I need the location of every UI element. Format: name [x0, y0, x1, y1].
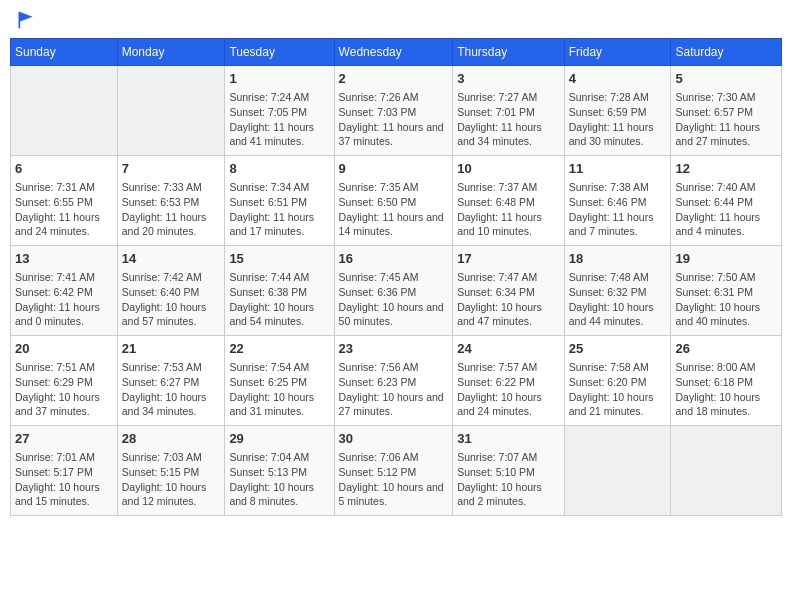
day-content: Sunrise: 7:04 AM Sunset: 5:13 PM Dayligh…	[229, 450, 329, 509]
calendar-week-row: 20Sunrise: 7:51 AM Sunset: 6:29 PM Dayli…	[11, 336, 782, 426]
day-number: 15	[229, 250, 329, 268]
day-number: 29	[229, 430, 329, 448]
day-content: Sunrise: 7:37 AM Sunset: 6:48 PM Dayligh…	[457, 180, 560, 239]
day-content: Sunrise: 7:53 AM Sunset: 6:27 PM Dayligh…	[122, 360, 221, 419]
day-content: Sunrise: 7:03 AM Sunset: 5:15 PM Dayligh…	[122, 450, 221, 509]
day-content: Sunrise: 7:35 AM Sunset: 6:50 PM Dayligh…	[339, 180, 449, 239]
day-content: Sunrise: 7:40 AM Sunset: 6:44 PM Dayligh…	[675, 180, 777, 239]
column-header-sunday: Sunday	[11, 39, 118, 66]
calendar-week-row: 1Sunrise: 7:24 AM Sunset: 7:05 PM Daylig…	[11, 66, 782, 156]
calendar-cell: 20Sunrise: 7:51 AM Sunset: 6:29 PM Dayli…	[11, 336, 118, 426]
day-content: Sunrise: 7:58 AM Sunset: 6:20 PM Dayligh…	[569, 360, 667, 419]
calendar-cell: 23Sunrise: 7:56 AM Sunset: 6:23 PM Dayli…	[334, 336, 453, 426]
day-content: Sunrise: 8:00 AM Sunset: 6:18 PM Dayligh…	[675, 360, 777, 419]
day-number: 14	[122, 250, 221, 268]
day-number: 11	[569, 160, 667, 178]
calendar-week-row: 6Sunrise: 7:31 AM Sunset: 6:55 PM Daylig…	[11, 156, 782, 246]
logo	[14, 10, 36, 30]
day-number: 2	[339, 70, 449, 88]
calendar-week-row: 27Sunrise: 7:01 AM Sunset: 5:17 PM Dayli…	[11, 426, 782, 516]
column-header-tuesday: Tuesday	[225, 39, 334, 66]
day-number: 13	[15, 250, 113, 268]
calendar-week-row: 13Sunrise: 7:41 AM Sunset: 6:42 PM Dayli…	[11, 246, 782, 336]
day-number: 7	[122, 160, 221, 178]
calendar-cell: 19Sunrise: 7:50 AM Sunset: 6:31 PM Dayli…	[671, 246, 782, 336]
page-header	[10, 10, 782, 30]
day-content: Sunrise: 7:54 AM Sunset: 6:25 PM Dayligh…	[229, 360, 329, 419]
calendar-header-row: SundayMondayTuesdayWednesdayThursdayFrid…	[11, 39, 782, 66]
calendar-cell: 28Sunrise: 7:03 AM Sunset: 5:15 PM Dayli…	[117, 426, 225, 516]
calendar-cell: 18Sunrise: 7:48 AM Sunset: 6:32 PM Dayli…	[564, 246, 671, 336]
calendar-cell: 7Sunrise: 7:33 AM Sunset: 6:53 PM Daylig…	[117, 156, 225, 246]
calendar-cell: 1Sunrise: 7:24 AM Sunset: 7:05 PM Daylig…	[225, 66, 334, 156]
calendar-cell: 30Sunrise: 7:06 AM Sunset: 5:12 PM Dayli…	[334, 426, 453, 516]
calendar-cell: 11Sunrise: 7:38 AM Sunset: 6:46 PM Dayli…	[564, 156, 671, 246]
calendar-cell: 8Sunrise: 7:34 AM Sunset: 6:51 PM Daylig…	[225, 156, 334, 246]
calendar-table: SundayMondayTuesdayWednesdayThursdayFrid…	[10, 38, 782, 516]
day-number: 1	[229, 70, 329, 88]
calendar-cell: 31Sunrise: 7:07 AM Sunset: 5:10 PM Dayli…	[453, 426, 565, 516]
calendar-cell: 25Sunrise: 7:58 AM Sunset: 6:20 PM Dayli…	[564, 336, 671, 426]
calendar-cell: 12Sunrise: 7:40 AM Sunset: 6:44 PM Dayli…	[671, 156, 782, 246]
day-content: Sunrise: 7:26 AM Sunset: 7:03 PM Dayligh…	[339, 90, 449, 149]
day-number: 9	[339, 160, 449, 178]
column-header-friday: Friday	[564, 39, 671, 66]
day-content: Sunrise: 7:07 AM Sunset: 5:10 PM Dayligh…	[457, 450, 560, 509]
day-content: Sunrise: 7:24 AM Sunset: 7:05 PM Dayligh…	[229, 90, 329, 149]
calendar-cell	[117, 66, 225, 156]
day-content: Sunrise: 7:48 AM Sunset: 6:32 PM Dayligh…	[569, 270, 667, 329]
day-number: 12	[675, 160, 777, 178]
day-number: 27	[15, 430, 113, 448]
calendar-cell: 15Sunrise: 7:44 AM Sunset: 6:38 PM Dayli…	[225, 246, 334, 336]
day-number: 24	[457, 340, 560, 358]
calendar-cell: 26Sunrise: 8:00 AM Sunset: 6:18 PM Dayli…	[671, 336, 782, 426]
day-content: Sunrise: 7:50 AM Sunset: 6:31 PM Dayligh…	[675, 270, 777, 329]
day-content: Sunrise: 7:28 AM Sunset: 6:59 PM Dayligh…	[569, 90, 667, 149]
day-number: 26	[675, 340, 777, 358]
day-content: Sunrise: 7:51 AM Sunset: 6:29 PM Dayligh…	[15, 360, 113, 419]
day-number: 31	[457, 430, 560, 448]
calendar-cell: 2Sunrise: 7:26 AM Sunset: 7:03 PM Daylig…	[334, 66, 453, 156]
day-content: Sunrise: 7:06 AM Sunset: 5:12 PM Dayligh…	[339, 450, 449, 509]
day-number: 17	[457, 250, 560, 268]
day-number: 19	[675, 250, 777, 268]
column-header-thursday: Thursday	[453, 39, 565, 66]
day-content: Sunrise: 7:56 AM Sunset: 6:23 PM Dayligh…	[339, 360, 449, 419]
day-number: 4	[569, 70, 667, 88]
calendar-cell: 14Sunrise: 7:42 AM Sunset: 6:40 PM Dayli…	[117, 246, 225, 336]
day-number: 5	[675, 70, 777, 88]
calendar-cell: 27Sunrise: 7:01 AM Sunset: 5:17 PM Dayli…	[11, 426, 118, 516]
svg-marker-0	[19, 12, 32, 22]
day-number: 23	[339, 340, 449, 358]
day-number: 16	[339, 250, 449, 268]
column-header-wednesday: Wednesday	[334, 39, 453, 66]
day-number: 22	[229, 340, 329, 358]
day-content: Sunrise: 7:41 AM Sunset: 6:42 PM Dayligh…	[15, 270, 113, 329]
day-number: 20	[15, 340, 113, 358]
day-number: 6	[15, 160, 113, 178]
day-number: 25	[569, 340, 667, 358]
calendar-cell	[11, 66, 118, 156]
calendar-cell: 9Sunrise: 7:35 AM Sunset: 6:50 PM Daylig…	[334, 156, 453, 246]
logo-flag-icon	[16, 10, 36, 30]
day-number: 10	[457, 160, 560, 178]
calendar-cell: 6Sunrise: 7:31 AM Sunset: 6:55 PM Daylig…	[11, 156, 118, 246]
day-number: 3	[457, 70, 560, 88]
day-content: Sunrise: 7:44 AM Sunset: 6:38 PM Dayligh…	[229, 270, 329, 329]
column-header-monday: Monday	[117, 39, 225, 66]
day-number: 28	[122, 430, 221, 448]
day-number: 30	[339, 430, 449, 448]
calendar-cell: 4Sunrise: 7:28 AM Sunset: 6:59 PM Daylig…	[564, 66, 671, 156]
day-content: Sunrise: 7:47 AM Sunset: 6:34 PM Dayligh…	[457, 270, 560, 329]
calendar-cell: 24Sunrise: 7:57 AM Sunset: 6:22 PM Dayli…	[453, 336, 565, 426]
calendar-cell	[671, 426, 782, 516]
day-content: Sunrise: 7:30 AM Sunset: 6:57 PM Dayligh…	[675, 90, 777, 149]
svg-rect-1	[19, 12, 21, 29]
day-content: Sunrise: 7:34 AM Sunset: 6:51 PM Dayligh…	[229, 180, 329, 239]
day-content: Sunrise: 7:31 AM Sunset: 6:55 PM Dayligh…	[15, 180, 113, 239]
calendar-cell: 13Sunrise: 7:41 AM Sunset: 6:42 PM Dayli…	[11, 246, 118, 336]
day-content: Sunrise: 7:42 AM Sunset: 6:40 PM Dayligh…	[122, 270, 221, 329]
column-header-saturday: Saturday	[671, 39, 782, 66]
day-number: 18	[569, 250, 667, 268]
calendar-cell	[564, 426, 671, 516]
